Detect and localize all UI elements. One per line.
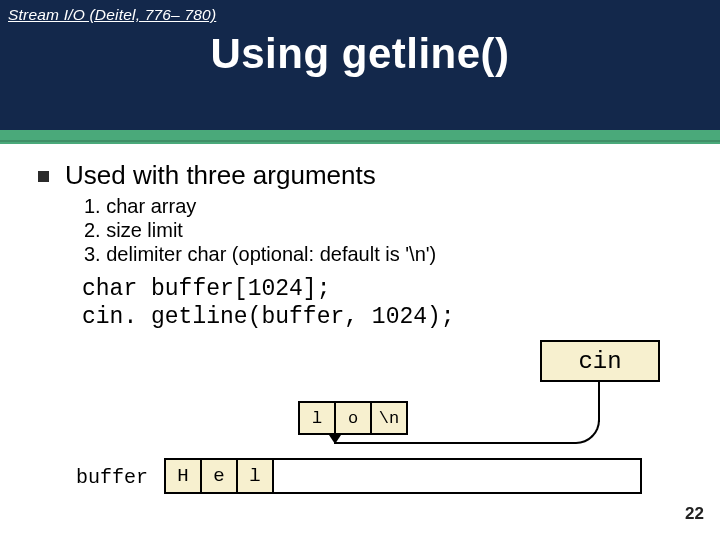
list-item: 3. delimiter char (optional: default is … — [84, 243, 682, 266]
buffer-cell: l — [236, 458, 274, 494]
code-line: cin. getline(buffer, 1024); — [82, 304, 682, 332]
stream-cell: l — [298, 401, 336, 435]
cell-text: l — [312, 409, 322, 428]
breadcrumb: Stream I/O (Deitel, 776– 780) — [0, 0, 720, 24]
cell-text: e — [213, 465, 224, 487]
page-number: 22 — [685, 504, 704, 524]
list-number: 2. — [84, 219, 101, 241]
accent-bar — [0, 130, 720, 144]
list-text: size limit — [106, 219, 183, 241]
cin-box: cin — [540, 340, 660, 382]
buffer-cell: e — [200, 458, 238, 494]
code-line: char buffer[1024]; — [82, 276, 682, 304]
bullet-line: Used with three arguments — [38, 160, 682, 191]
list-item: 2. size limit — [84, 219, 682, 242]
header: Stream I/O (Deitel, 776– 780) Using getl… — [0, 0, 720, 130]
code-block: char buffer[1024]; cin. getline(buffer, … — [82, 276, 682, 331]
ordered-list: 1. char array 2. size limit 3. delimiter… — [84, 195, 682, 266]
slide: Stream I/O (Deitel, 776– 780) Using getl… — [0, 0, 720, 540]
cell-text: \n — [379, 409, 399, 428]
bullet-icon — [38, 171, 49, 182]
buffer-cell: H — [164, 458, 202, 494]
buffer-label: buffer — [76, 466, 148, 489]
slide-title: Using getline() — [0, 30, 720, 78]
cell-text: l — [249, 465, 260, 487]
stream-cell: o — [334, 401, 372, 435]
connector-line — [598, 382, 600, 422]
content: Used with three arguments 1. char array … — [0, 160, 720, 331]
list-text: char array — [106, 195, 196, 217]
list-text: delimiter char (optional: default is '\n… — [106, 243, 436, 265]
list-item: 1. char array — [84, 195, 682, 218]
buffer-row: H e l — [164, 458, 642, 494]
cell-text: H — [177, 465, 188, 487]
stream-row: l o \n — [298, 401, 408, 435]
bullet-text: Used with three arguments — [65, 160, 376, 191]
stream-cell: \n — [370, 401, 408, 435]
buffer-tail — [272, 458, 642, 494]
list-number: 1. — [84, 195, 101, 217]
cin-label: cin — [578, 348, 621, 375]
cell-text: o — [348, 409, 358, 428]
list-number: 3. — [84, 243, 101, 265]
